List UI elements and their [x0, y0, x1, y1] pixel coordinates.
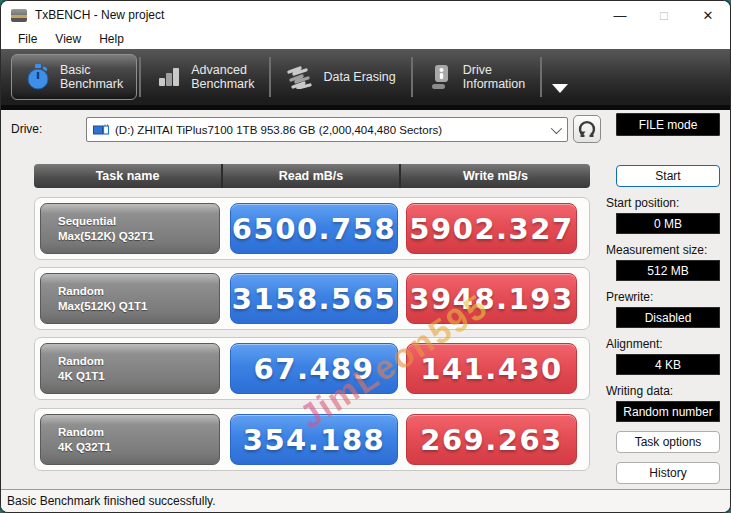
- refresh-icon: [578, 120, 596, 138]
- header-write: Write mB/s: [401, 164, 590, 188]
- erase-icon: [286, 65, 314, 89]
- task-name-line2: 4K Q32T1: [58, 440, 219, 454]
- tab-advanced-benchmark[interactable]: Advanced Benchmark: [143, 54, 267, 100]
- task-name-line2: Max(512K) Q1T1: [58, 299, 219, 313]
- tab-label-line2: Benchmark: [191, 77, 254, 91]
- task-name-line1: Random: [58, 354, 219, 368]
- drive-select[interactable]: (D:) ZHITAI TiPlus7100 1TB 953.86 GB (2,…: [86, 117, 568, 142]
- task-button-random-4k-q32t1[interactable]: Random 4K Q32T1: [40, 414, 220, 465]
- write-value: 269.263: [406, 414, 577, 465]
- settings-sidebar: FILE mode Start Start position: 0 MB Mea…: [606, 113, 722, 484]
- task-name-line2: Max(512K) Q32T1: [58, 229, 219, 243]
- file-mode-button[interactable]: FILE mode: [616, 113, 720, 136]
- writing-data-value[interactable]: Random number: [616, 401, 720, 422]
- app-icon: [11, 9, 27, 22]
- status-text: Basic Benchmark finished successfully.: [7, 494, 216, 508]
- tab-label-line1: Advanced: [191, 63, 254, 77]
- refresh-drives-button[interactable]: [573, 115, 601, 143]
- task-name-line1: Random: [58, 284, 219, 298]
- drive-label: Drive:: [11, 122, 42, 136]
- task-button-sequential-q32t1[interactable]: Sequential Max(512K) Q32T1: [40, 203, 220, 254]
- alignment-value[interactable]: 4 KB: [616, 354, 720, 375]
- menu-file[interactable]: File: [9, 32, 46, 46]
- prewrite-label: Prewrite:: [606, 290, 722, 304]
- window-title: TxBENCH - New project: [35, 8, 164, 22]
- read-value: 354.188: [230, 414, 398, 465]
- table-row: Random 4K Q1T1 67.489 141.430: [34, 337, 590, 400]
- tab-data-erasing[interactable]: Data Erasing: [273, 54, 408, 100]
- start-position-value[interactable]: 0 MB: [616, 213, 720, 234]
- stopwatch-icon: [25, 63, 51, 91]
- menu-view[interactable]: View: [46, 32, 90, 46]
- maximize-button[interactable]: □: [642, 1, 686, 29]
- benchmark-table-header: Task name Read mB/s Write mB/s: [34, 164, 590, 188]
- prewrite-value[interactable]: Disabled: [616, 307, 720, 328]
- task-options-button[interactable]: Task options: [616, 431, 720, 453]
- read-value: 3158.565: [230, 273, 398, 324]
- toolbar-more-icon[interactable]: [552, 84, 568, 93]
- status-bar: Basic Benchmark finished successfully.: [1, 489, 730, 512]
- task-name-line1: Random: [58, 425, 219, 439]
- measurement-size-value[interactable]: 512 MB: [616, 260, 720, 281]
- header-task-name: Task name: [34, 164, 223, 188]
- tab-label-line1: Basic: [60, 63, 123, 77]
- tab-label-line2: Benchmark: [60, 77, 123, 91]
- tab-label-line2: Information: [463, 77, 526, 91]
- task-name-line1: Sequential: [58, 214, 219, 228]
- table-row: Random 4K Q32T1 354.188 269.263: [34, 408, 590, 471]
- tab-label-line1: Data Erasing: [323, 70, 395, 84]
- table-row: Random Max(512K) Q1T1 3158.565 3948.193: [34, 267, 590, 330]
- app-window: TxBENCH - New project — □ ✕ File View He…: [0, 0, 731, 513]
- header-read: Read mB/s: [223, 164, 401, 188]
- client-area: Drive: (D:) ZHITAI TiPlus7100 1TB 953.86…: [1, 110, 730, 489]
- tab-drive-information[interactable]: Drive Information: [415, 54, 539, 100]
- minimize-button[interactable]: —: [598, 1, 642, 29]
- read-value: 6500.758: [230, 203, 398, 254]
- table-row: Sequential Max(512K) Q32T1 6500.758 5902…: [34, 197, 590, 260]
- read-value: 67.489: [230, 343, 398, 394]
- menu-bar: File View Help: [1, 29, 730, 49]
- writing-data-label: Writing data:: [606, 384, 722, 398]
- write-value: 5902.327: [406, 203, 577, 254]
- toolbar-separator: [269, 57, 271, 97]
- start-position-label: Start position:: [606, 196, 722, 210]
- removable-drive-icon: [93, 124, 110, 136]
- toolbar-separator: [139, 57, 141, 97]
- tab-basic-benchmark[interactable]: Basic Benchmark: [11, 54, 137, 100]
- drive-info-icon: [428, 63, 454, 91]
- alignment-label: Alignment:: [606, 337, 722, 351]
- title-bar: TxBENCH - New project — □ ✕: [1, 1, 730, 29]
- close-button[interactable]: ✕: [686, 1, 730, 29]
- toolbar: Basic Benchmark Advanced Benchmark: [1, 49, 730, 110]
- measurement-size-label: Measurement size:: [606, 243, 722, 257]
- toolbar-separator: [540, 57, 542, 97]
- start-button[interactable]: Start: [616, 165, 720, 187]
- task-button-random-q1t1[interactable]: Random Max(512K) Q1T1: [40, 273, 220, 324]
- write-value: 141.430: [406, 343, 577, 394]
- task-button-random-4k-q1t1[interactable]: Random 4K Q1T1: [40, 343, 220, 394]
- toolbar-separator: [411, 57, 413, 97]
- tab-label-line1: Drive: [463, 63, 526, 77]
- history-button[interactable]: History: [616, 462, 720, 484]
- task-name-line2: 4K Q1T1: [58, 369, 219, 383]
- chevron-down-icon: [551, 122, 562, 133]
- drive-selected-value: (D:) ZHITAI TiPlus7100 1TB 953.86 GB (2,…: [115, 124, 442, 136]
- bar-chart-icon: [156, 64, 182, 90]
- menu-help[interactable]: Help: [90, 32, 133, 46]
- write-value: 3948.193: [406, 273, 577, 324]
